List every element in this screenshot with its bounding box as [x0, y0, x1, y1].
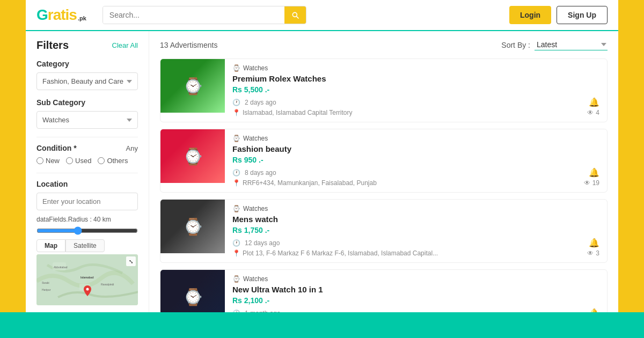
card-views-1: 👁 4 [587, 109, 599, 116]
location-input[interactable] [36, 193, 138, 210]
map-placeholder: Abbottabad Swabi Haripur Islamabad Rawal… [36, 254, 138, 305]
logo-g: G [36, 6, 48, 23]
watch-icon-2: ⌚ [232, 135, 240, 142]
card-meta-1: 🕐 2 days ago 🔔 [232, 97, 599, 107]
listing-card-4[interactable]: ⌚ ⌚ Watches New Ultra Watch 10 in 1 Rs 2… [160, 269, 608, 312]
svg-rect-0 [36, 254, 138, 305]
radius-label: dataFields.Radius : 40 km [36, 216, 138, 223]
svg-text:Islamabad: Islamabad [80, 276, 93, 279]
listing-card[interactable]: ⌚ ⌚ Watches Premium Rolex Watches Rs 5,5… [160, 58, 608, 122]
card-category-4: Watches [243, 275, 268, 283]
eye-icon-2: 👁 [584, 179, 590, 187]
card-location-2: 📍 RRF6+434, Mamunkanjan, Faisalabad, Pun… [232, 179, 377, 187]
category-label: Category [36, 60, 138, 68]
pin-icon-2: 📍 [232, 179, 240, 187]
card-location-row-1: 📍 Islamabad, Islamabad Capital Territory… [232, 109, 599, 116]
listing-card-2[interactable]: ⌚ ⌚ Watches Fashion beauty Rs 950 .- 🕐 8… [160, 129, 608, 193]
condition-others[interactable]: Others [98, 157, 128, 165]
condition-new[interactable]: New [36, 157, 60, 165]
signup-button[interactable]: Sign Up [557, 6, 608, 24]
card-title-2: Fashion beauty [232, 144, 599, 153]
card-meta-4: 🕐 1 month ago 🔔 [232, 308, 599, 312]
location-filter: Location dataFields.Radius : 40 km Map S… [36, 180, 138, 305]
card-location-text-1: Islamabad, Islamabad Capital Territory [243, 109, 353, 116]
clock-icon-2: 🕐 [232, 169, 240, 177]
svg-point-9 [86, 288, 89, 291]
card-image-3: ⌚ [160, 200, 225, 253]
card-views-count-3: 3 [596, 249, 599, 257]
clock-icon-1: 🕐 [232, 99, 240, 106]
map-svg: Abbottabad Swabi Haripur Islamabad Rawal… [36, 254, 138, 305]
condition-others-label: Others [107, 157, 128, 165]
card-image-4: ⌚ [160, 270, 225, 312]
listing-card-3[interactable]: ⌚ ⌚ Watches Mens watch Rs 1,750 .- 🕐 12 … [160, 199, 608, 263]
save-icon-2[interactable]: 🔔 [589, 167, 599, 178]
condition-others-radio[interactable] [98, 157, 105, 164]
subcategory-select[interactable]: Watches [36, 111, 138, 129]
sidebar-title: Filters [36, 39, 69, 52]
header: Gratis .pk Login Sign Up [26, 0, 618, 31]
search-bar [103, 6, 306, 24]
card-time-3: 12 days ago [245, 239, 280, 247]
page-wrapper: Gratis .pk Login Sign Up [0, 0, 644, 338]
sort-select[interactable]: Latest Oldest Price: Low to High Price: … [535, 39, 608, 50]
map-tab-map[interactable]: Map [36, 239, 65, 252]
svg-text:Rawalpindi: Rawalpindi [101, 283, 114, 286]
card-image-1: ⌚ [160, 59, 225, 113]
card-views-3: 👁 3 [587, 249, 599, 257]
pin-icon-1: 📍 [232, 109, 240, 116]
condition-new-label: New [46, 157, 60, 165]
location-label: Location [36, 180, 138, 188]
card-time-2: 8 days ago [245, 169, 276, 177]
eye-icon-1: 👁 [587, 109, 594, 116]
pin-icon-3: 📍 [232, 249, 240, 257]
condition-new-radio[interactable] [36, 157, 43, 164]
map-tab-satellite[interactable]: Satellite [65, 239, 105, 252]
condition-radio-group: New Used Others [36, 157, 138, 165]
search-icon [291, 11, 299, 19]
map-inner: Abbottabad Swabi Haripur Islamabad Rawal… [36, 254, 138, 305]
map-expand-button[interactable]: ⤡ [126, 256, 136, 266]
watch-icon-4: ⌚ [232, 275, 240, 283]
card-price-3: Rs 1,750 .- [232, 226, 599, 234]
search-button[interactable] [284, 6, 306, 24]
condition-used[interactable]: Used [66, 157, 91, 165]
search-input[interactable] [103, 6, 284, 24]
save-icon-4[interactable]: 🔔 [589, 308, 599, 312]
card-category-row-1: ⌚ Watches [232, 64, 599, 72]
card-body-1: ⌚ Watches Premium Rolex Watches Rs 5,500… [225, 59, 607, 122]
condition-used-radio[interactable] [66, 157, 73, 164]
divider-2 [36, 173, 138, 173]
card-img-placeholder-3: ⌚ [160, 200, 225, 253]
listings-count: 13 Advertisments [160, 41, 217, 49]
svg-text:Abbottabad: Abbottabad [54, 266, 68, 269]
card-location-text-2: RRF6+434, Mamunkanjan, Faisalabad, Punja… [243, 179, 377, 187]
sidebar: Filters Clear All Category Fashion, Beau… [26, 31, 149, 312]
login-button[interactable]: Login [509, 6, 551, 24]
card-title-3: Mens watch [232, 215, 599, 224]
watch-icon-1: ⌚ [232, 64, 240, 72]
listings-panel: 13 Advertisments Sort By : Latest Oldest… [149, 31, 618, 312]
save-icon-1[interactable]: 🔔 [589, 97, 599, 107]
header-buttons: Login Sign Up [509, 6, 608, 24]
card-location-row-2: 📍 RRF6+434, Mamunkanjan, Faisalabad, Pun… [232, 179, 599, 187]
radius-slider[interactable] [36, 226, 138, 235]
card-title-1: Premium Rolex Watches [232, 74, 599, 83]
card-img-placeholder-2: ⌚ [160, 129, 225, 183]
card-views-count-1: 4 [596, 109, 599, 116]
card-img-placeholder-4: ⌚ [160, 270, 225, 312]
svg-text:Swabi: Swabi [42, 281, 49, 284]
svg-text:Haripur: Haripur [42, 288, 51, 291]
condition-row: Condition * Any [36, 144, 138, 152]
card-price-2: Rs 950 .- [232, 156, 599, 164]
category-filter: Category Fashion, Beauty and Care [36, 60, 138, 90]
logo-suffix: .pk [78, 15, 86, 21]
clear-all-button[interactable]: Clear All [112, 41, 138, 49]
sort-label: Sort By : [501, 41, 530, 49]
save-icon-3[interactable]: 🔔 [589, 238, 599, 248]
condition-any: Any [126, 144, 138, 152]
subcategory-filter: Sub Category Watches [36, 98, 138, 129]
category-select[interactable]: Fashion, Beauty and Care [36, 72, 138, 90]
main-container: Gratis .pk Login Sign Up [26, 0, 618, 312]
card-category-row-4: ⌚ Watches [232, 275, 599, 283]
